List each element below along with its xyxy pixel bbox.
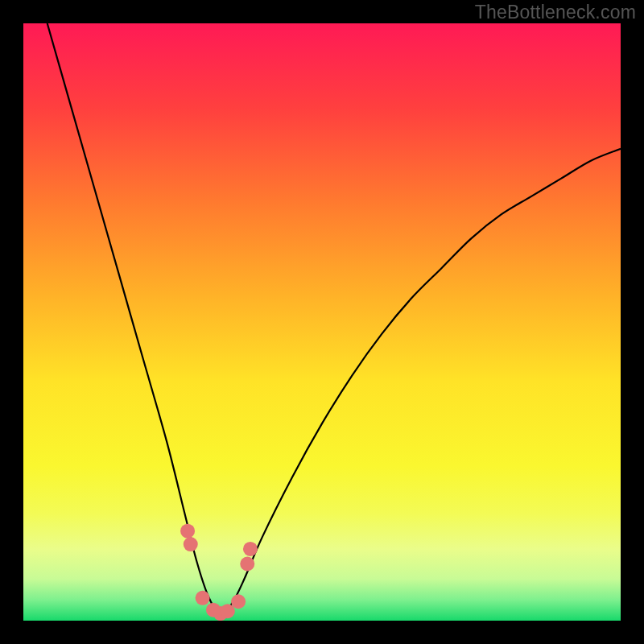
watermark-text: TheBottleneck.com bbox=[475, 2, 636, 23]
valley-marker bbox=[231, 594, 246, 609]
valley-markers bbox=[180, 524, 258, 621]
valley-marker bbox=[184, 537, 198, 551]
valley-marker bbox=[243, 542, 258, 556]
plot-area bbox=[23, 23, 621, 621]
bottleneck-curve bbox=[47, 23, 621, 615]
valley-marker bbox=[180, 524, 195, 539]
curve-layer bbox=[23, 23, 621, 621]
valley-marker bbox=[240, 557, 254, 572]
valley-marker bbox=[196, 591, 210, 605]
